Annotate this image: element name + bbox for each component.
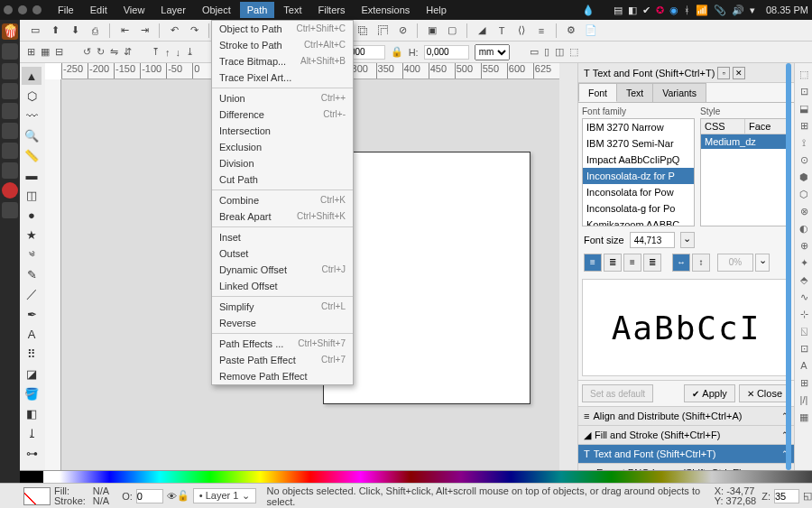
- tray-icon[interactable]: ✔: [642, 5, 651, 16]
- layer-lock-icon[interactable]: 🔓: [177, 490, 189, 502]
- menuitem-difference[interactable]: DifferenceCtrl+-: [212, 106, 353, 123]
- spiral-tool[interactable]: ༄: [22, 245, 42, 263]
- zoom-tool[interactable]: 🔍: [22, 126, 42, 144]
- snap-icon[interactable]: ⍂: [797, 324, 811, 338]
- launcher-icon[interactable]: 🍿: [2, 23, 18, 40]
- rect-tool[interactable]: ▬: [22, 166, 42, 184]
- snap-icon[interactable]: ⬘: [797, 272, 811, 287]
- snap-icon[interactable]: ⊡: [797, 341, 811, 356]
- menuitem-outset[interactable]: Outset: [212, 245, 353, 262]
- minimize-window[interactable]: [18, 5, 27, 14]
- launcher-icon[interactable]: [2, 202, 18, 218]
- spacing-dropdown[interactable]: ⌄: [755, 254, 770, 272]
- panel-iconify[interactable]: ▫: [717, 67, 730, 79]
- menu-layer[interactable]: Layer: [153, 2, 193, 18]
- tab-variants[interactable]: Variants: [652, 83, 706, 102]
- menu-help[interactable]: Help: [419, 2, 454, 18]
- lower-icon[interactable]: ↓: [176, 47, 181, 58]
- tray-icon[interactable]: ▤: [614, 5, 623, 16]
- gradient-tool[interactable]: ◧: [22, 404, 42, 422]
- deselect-icon[interactable]: ⊟: [55, 46, 63, 58]
- panel-scroll-indicator[interactable]: [786, 63, 791, 470]
- menu-icon[interactable]: ▾: [750, 5, 755, 16]
- font-option[interactable]: IBM 3270 Narrow: [583, 119, 694, 135]
- menuitem-object-to-path[interactable]: Object to PathCtrl+Shift+C: [212, 21, 353, 37]
- redo-icon[interactable]: ↷: [186, 23, 202, 39]
- launcher-icon[interactable]: [2, 143, 18, 159]
- flip-v-icon[interactable]: ⇵: [124, 46, 132, 58]
- wifi-icon[interactable]: 📶: [696, 5, 708, 16]
- select-all-icon[interactable]: ⊞: [27, 46, 35, 58]
- menuitem-stroke-to-path[interactable]: Stroke to PathCtrl+Alt+C: [212, 37, 353, 53]
- units-select[interactable]: mm: [475, 44, 510, 60]
- font-family-list[interactable]: IBM 3270 NarrowIBM 3270 Semi-NarImpact A…: [582, 118, 695, 226]
- launcher-icon[interactable]: [2, 162, 18, 179]
- bezier-tool[interactable]: ／: [22, 285, 42, 303]
- panel-close[interactable]: ✕: [733, 67, 745, 79]
- snap-icon[interactable]: ⊞: [797, 375, 811, 390]
- ellipse-tool[interactable]: ●: [22, 206, 42, 224]
- align-justify-button[interactable]: ≣: [643, 254, 661, 272]
- tray-icon[interactable]: ◧: [628, 5, 637, 16]
- menu-filters[interactable]: Filters: [311, 2, 353, 18]
- snap-icon[interactable]: ▦: [797, 410, 811, 424]
- text-vertical-button[interactable]: ↕: [692, 254, 710, 272]
- menuitem-dynamic-offset[interactable]: Dynamic OffsetCtrl+J: [212, 262, 353, 278]
- rotate-cw-icon[interactable]: ↻: [97, 46, 105, 58]
- align-left-button[interactable]: ≡: [584, 254, 602, 272]
- node-tool[interactable]: ⬡: [22, 87, 42, 105]
- group-icon[interactable]: ▣: [424, 23, 440, 39]
- affect-icon[interactable]: ▯: [544, 46, 549, 58]
- launcher-icon[interactable]: [2, 63, 18, 79]
- menuitem-combine[interactable]: CombineCtrl+K: [212, 192, 353, 208]
- tab-font[interactable]: Font: [578, 83, 617, 102]
- menuitem-simplify[interactable]: SimplifyCtrl+L: [212, 299, 353, 315]
- measure-tool[interactable]: 📏: [22, 146, 42, 164]
- snap-icon[interactable]: ⬓: [797, 101, 811, 115]
- menu-object[interactable]: Object: [195, 2, 238, 18]
- unlink-icon[interactable]: ⊘: [394, 23, 411, 39]
- snap-icon[interactable]: A: [797, 358, 811, 373]
- snap-icon[interactable]: ◐: [797, 221, 811, 236]
- menuitem-intersection[interactable]: Intersection: [212, 123, 353, 139]
- affect-icon[interactable]: ⬚: [569, 46, 578, 58]
- h-input[interactable]: [424, 45, 469, 60]
- snap-icon[interactable]: ∿: [797, 290, 811, 304]
- zoom-grip-icon[interactable]: ◱: [803, 490, 812, 502]
- menu-text[interactable]: Text: [276, 2, 309, 18]
- tray-icon[interactable]: ✪: [656, 5, 664, 16]
- color-palette[interactable]: [20, 470, 812, 483]
- snap-icon[interactable]: ⊡: [797, 84, 811, 98]
- new-icon[interactable]: ▭: [27, 23, 43, 39]
- style-row[interactable]: Medium_dz: [701, 134, 789, 149]
- export-icon[interactable]: ⇥: [136, 23, 152, 39]
- calligraphy-tool[interactable]: ✒: [22, 305, 42, 323]
- launcher-icon[interactable]: [2, 123, 18, 139]
- font-option[interactable]: Inconsolata-dz for P: [583, 168, 694, 184]
- spray-tool[interactable]: ⠿: [22, 345, 42, 363]
- fill-stroke-indicator[interactable]: [23, 487, 51, 505]
- launcher-icon[interactable]: [2, 83, 18, 99]
- font-option[interactable]: Inconsolata for Pow: [583, 184, 694, 200]
- affect-icon[interactable]: ▭: [530, 46, 539, 58]
- font-option[interactable]: Komikazoom AABBC: [583, 217, 694, 226]
- maximize-window[interactable]: [32, 5, 42, 14]
- selector-tool[interactable]: ▲: [22, 67, 42, 85]
- doc-prefs-icon[interactable]: 📄: [583, 23, 599, 39]
- clone-icon[interactable]: ⿸: [374, 23, 391, 39]
- volume-icon[interactable]: 🔊: [732, 5, 744, 16]
- fill-icon[interactable]: ◢: [474, 23, 490, 39]
- ink-icon[interactable]: 💧: [582, 5, 595, 16]
- connector-tool[interactable]: ⊶: [22, 444, 42, 462]
- menu-file[interactable]: File: [51, 2, 81, 18]
- tab-text[interactable]: Text: [616, 83, 653, 102]
- clock[interactable]: 08.35 PM: [766, 5, 808, 15]
- menuitem-exclusion[interactable]: Exclusion: [212, 139, 353, 155]
- layer-visibility-icon[interactable]: 👁: [167, 491, 177, 502]
- close-button[interactable]: ✕ Close: [739, 384, 790, 402]
- snap-icon[interactable]: ⊗: [797, 204, 811, 218]
- menuitem-break-apart[interactable]: Break ApartCtrl+Shift+K: [212, 208, 353, 225]
- snap-icon[interactable]: ✦: [797, 255, 811, 270]
- align-icon[interactable]: ≡: [533, 23, 549, 39]
- menu-path[interactable]: Path: [240, 2, 275, 18]
